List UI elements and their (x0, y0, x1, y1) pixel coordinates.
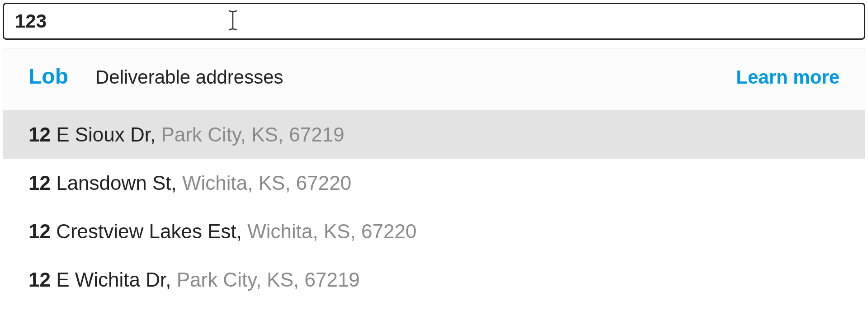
suggestion-list: 12 E Sioux Dr, Park City, KS, 6721912 La… (3, 110, 865, 304)
suggestion-prefix: 12 (28, 269, 51, 291)
suggestion-street: E Sioux Dr, (51, 123, 161, 146)
dropdown-header: Lob Deliverable addresses Learn more (3, 48, 865, 110)
suggestion-item[interactable]: 12 E Wichita Dr, Park City, KS, 67219 (3, 255, 865, 304)
suggestion-item[interactable]: 12 E Sioux Dr, Park City, KS, 67219 (3, 110, 865, 159)
suggestion-street: E Wichita Dr, (51, 269, 177, 291)
suggestion-street: Crestview Lakes Est, (51, 220, 247, 242)
suggestion-city-state-zip: Park City, KS, 67219 (177, 269, 360, 291)
suggestion-street: Lansdown St, (51, 172, 182, 194)
address-search-input[interactable] (3, 3, 865, 40)
suggestion-prefix: 12 (28, 123, 51, 146)
autocomplete-dropdown: Lob Deliverable addresses Learn more 12 … (3, 48, 865, 304)
suggestion-city-state-zip: Park City, KS, 67219 (161, 123, 344, 146)
suggestion-city-state-zip: Wichita, KS, 67220 (182, 172, 351, 194)
svg-text:Lob: Lob (28, 65, 68, 88)
suggestion-item[interactable]: 12 Crestview Lakes Est, Wichita, KS, 672… (3, 207, 865, 255)
suggestion-prefix: 12 (28, 172, 51, 194)
dropdown-header-label: Deliverable addresses (95, 66, 283, 88)
learn-more-link[interactable]: Learn more (736, 66, 840, 88)
lob-logo-icon: Lob (28, 65, 81, 90)
suggestion-city-state-zip: Wichita, KS, 67220 (247, 220, 416, 242)
suggestion-prefix: 12 (28, 220, 51, 242)
suggestion-item[interactable]: 12 Lansdown St, Wichita, KS, 67220 (3, 159, 865, 207)
